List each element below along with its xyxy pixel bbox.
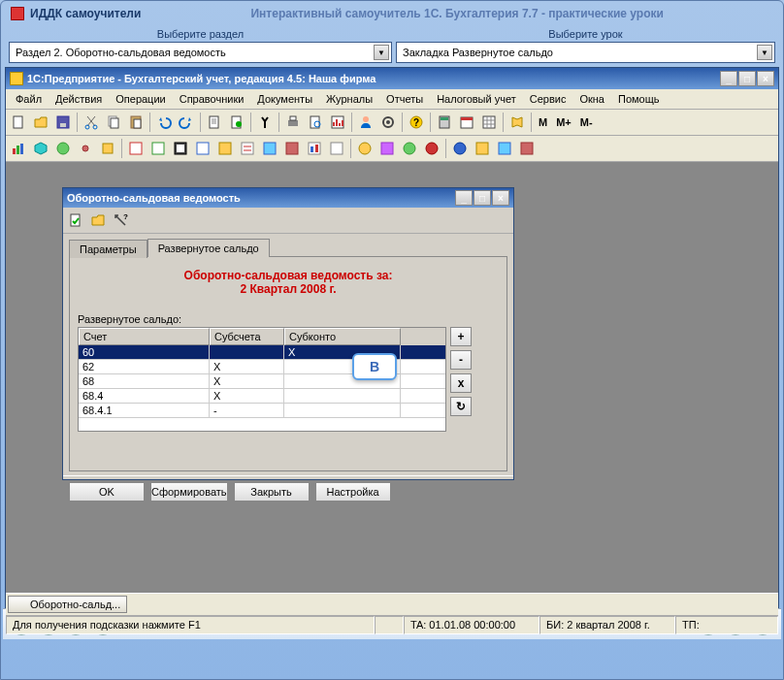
menu-file[interactable]: Файл — [10, 91, 48, 107]
taskbar-icon — [15, 599, 26, 610]
form-button[interactable]: Сформировать — [150, 482, 228, 502]
open-icon[interactable] — [30, 112, 51, 133]
dlg-open-icon[interactable] — [87, 210, 109, 231]
app-icon — [11, 7, 24, 20]
cut-icon[interactable] — [81, 112, 102, 133]
menu-operations[interactable]: Операции — [110, 91, 171, 107]
svg-rect-6 — [111, 118, 118, 128]
help-icon[interactable]: ? — [406, 112, 427, 133]
new-icon[interactable] — [8, 112, 29, 133]
statusbar: Для получения подсказки нажмите F1 TA: 0… — [6, 615, 778, 634]
calc-icon[interactable] — [434, 112, 455, 133]
setup-button[interactable]: Настройка — [315, 482, 391, 502]
menu-journals[interactable]: Журналы — [320, 91, 378, 107]
preview-icon[interactable] — [305, 112, 326, 133]
book-icon[interactable] — [506, 112, 528, 133]
tb2-f-icon[interactable] — [237, 138, 258, 159]
tb2-p-icon[interactable] — [472, 138, 493, 159]
row-clear-button[interactable]: x — [450, 373, 472, 393]
svg-point-30 — [57, 143, 69, 154]
menu-help[interactable]: Помощь — [612, 91, 666, 107]
undo-icon[interactable] — [153, 112, 175, 133]
col-subconto[interactable]: Субконто — [284, 328, 401, 345]
col-account[interactable]: Счет — [79, 328, 210, 345]
taskbar-item[interactable]: Оборотно-сальд... — [8, 596, 127, 613]
svg-rect-13 — [290, 116, 296, 120]
row-del-button[interactable]: - — [450, 350, 472, 370]
dlg-help-icon[interactable]: ? — [110, 210, 131, 231]
doc1-icon[interactable] — [204, 112, 225, 133]
menu-actions[interactable]: Действия — [49, 91, 108, 107]
svg-point-19 — [386, 120, 390, 124]
tab-expanded[interactable]: Развернутое сальдо — [147, 239, 270, 257]
col-subaccounts[interactable]: Субсчета — [210, 328, 284, 345]
section-select[interactable]: Раздел 2. Оборотно-сальдовая ведомость ▼ — [9, 42, 392, 63]
close-button[interactable]: × — [757, 71, 774, 86]
print-icon[interactable] — [282, 112, 304, 133]
menu-references[interactable]: Справочники — [174, 91, 250, 107]
row-refresh-button[interactable]: ↻ — [450, 397, 472, 416]
dlg-minimize-button[interactable]: _ — [455, 190, 473, 206]
menu-service[interactable]: Сервис — [524, 91, 572, 107]
tb2-h-icon[interactable] — [281, 138, 303, 159]
tb2-e-icon[interactable] — [214, 138, 236, 159]
svg-rect-37 — [197, 143, 209, 154]
close-dlg-button[interactable]: Закрыть — [234, 482, 310, 502]
report-icon[interactable] — [327, 112, 348, 133]
tb2-k-icon[interactable] — [354, 138, 376, 159]
menu-documents[interactable]: Документы — [251, 91, 318, 107]
save-icon[interactable] — [52, 112, 74, 133]
tb2-c-icon[interactable] — [170, 138, 191, 159]
m-button[interactable]: M — [535, 116, 551, 128]
users-icon[interactable] — [355, 112, 376, 133]
tb2-chart-icon[interactable] — [8, 138, 29, 159]
copy-icon[interactable] — [103, 112, 124, 133]
mminus-button[interactable]: M- — [576, 116, 597, 128]
tb2-cube-icon[interactable] — [30, 138, 51, 159]
tb2-n-icon[interactable] — [421, 138, 442, 159]
tb2-gear-icon[interactable] — [75, 138, 96, 159]
doc2-icon[interactable] — [226, 112, 247, 133]
paste-icon[interactable] — [125, 112, 147, 133]
tb2-j-icon[interactable] — [326, 138, 347, 159]
cell-subaccounts: X — [210, 360, 284, 373]
dropdown-icon[interactable]: ▼ — [757, 45, 772, 60]
menu-windows[interactable]: Окна — [573, 91, 610, 107]
tb2-l-icon[interactable] — [376, 138, 398, 159]
dropdown-icon[interactable]: ▼ — [374, 45, 389, 60]
tb2-world-icon[interactable] — [52, 138, 74, 159]
calendar-icon[interactable] — [456, 112, 477, 133]
tb2-i-icon[interactable] — [304, 138, 325, 159]
table-row[interactable]: 68.4X — [79, 389, 445, 404]
row-add-button[interactable]: + — [450, 327, 472, 346]
tb2-d-icon[interactable] — [192, 138, 213, 159]
svg-rect-25 — [461, 117, 473, 120]
lesson-select[interactable]: Закладка Развернутое сальдо ▼ — [396, 42, 775, 63]
redo-icon[interactable] — [176, 112, 197, 133]
tb2-q-icon[interactable] — [494, 138, 515, 159]
tb2-g-icon[interactable] — [259, 138, 280, 159]
svg-point-46 — [359, 143, 371, 154]
tb2-r-icon[interactable] — [516, 138, 538, 159]
dlg-maximize-button[interactable]: □ — [474, 190, 491, 206]
svg-rect-53 — [521, 143, 533, 154]
tb2-m-icon[interactable] — [399, 138, 420, 159]
maximize-button[interactable]: □ — [738, 71, 756, 86]
find-icon[interactable] — [254, 112, 276, 133]
mplus-button[interactable]: M+ — [552, 116, 575, 128]
tab-params[interactable]: Параметры — [69, 240, 147, 258]
tb2-a-icon[interactable] — [125, 138, 147, 159]
menu-reports[interactable]: Отчеты — [380, 91, 429, 107]
tb2-box-icon[interactable] — [97, 138, 118, 159]
tb2-o-icon[interactable] — [449, 138, 471, 159]
config-icon[interactable] — [377, 112, 399, 133]
ok-button[interactable]: OK — [69, 482, 145, 502]
svg-rect-8 — [134, 119, 141, 128]
tb2-b-icon[interactable] — [147, 138, 169, 159]
table-row[interactable]: 68.4.1- — [79, 404, 445, 418]
dlg-close-button[interactable]: × — [492, 190, 509, 206]
minimize-button[interactable]: _ — [720, 71, 737, 86]
grid-icon[interactable] — [478, 112, 500, 133]
menu-tax[interactable]: Налоговый учет — [431, 91, 522, 107]
dlg-run-icon[interactable] — [65, 210, 86, 231]
